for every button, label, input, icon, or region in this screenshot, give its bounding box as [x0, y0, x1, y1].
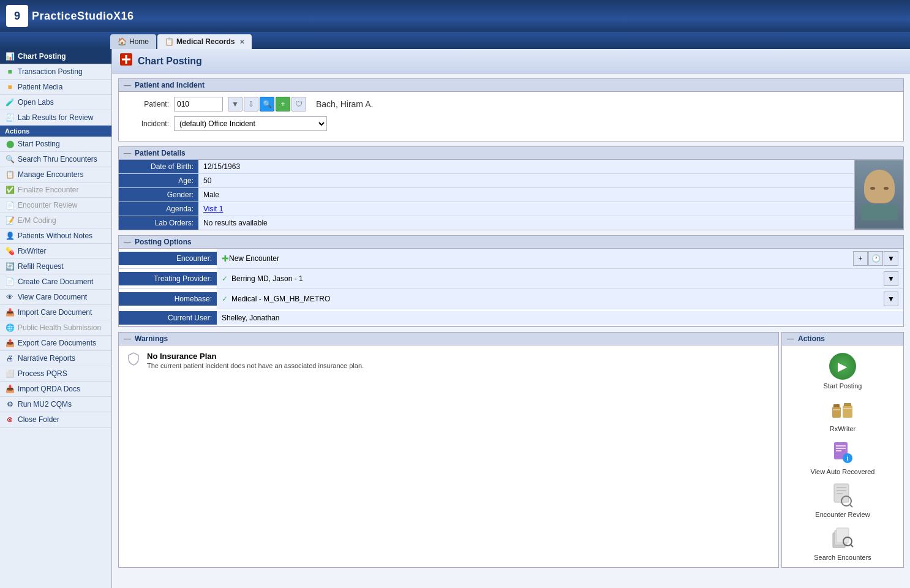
patient-shield-btn[interactable]: 🛡 — [291, 97, 306, 111]
sidebar-item-export-care-docs[interactable]: 📤 Export Care Documents — [0, 336, 111, 351]
encounter-buttons: + 🕐 ▼ — [853, 251, 898, 266]
sidebar-item-rxwriter[interactable]: 💊 RxWriter — [0, 244, 111, 259]
gender-key: Gender: — [119, 188, 198, 202]
sidebar-item-run-mu2[interactable]: ⚙ Run MU2 CQMs — [0, 397, 111, 412]
action-btn-start-posting[interactable]: ▶ Start Posting — [824, 352, 862, 390]
sidebar-item-close-folder[interactable]: ⊗ Close Folder — [0, 412, 111, 428]
search-encounters-action-label: Search Encounters — [814, 554, 871, 561]
tab-close-icon[interactable]: ✕ — [239, 39, 244, 45]
sidebar-encounter-review-label: Encounter Review — [18, 201, 77, 209]
homebase-label: Homebase: — [119, 292, 217, 306]
export-care-docs-icon: 📤 — [5, 338, 15, 348]
sidebar-manage-encounters-label: Manage Encounters — [18, 170, 83, 179]
patient-dropdown-btn[interactable]: ▼ — [228, 97, 243, 111]
patient-incident-body: Patient: ▼ ⇩ 🔍 + 🛡 Bach, Hiram A. Incide… — [119, 92, 903, 141]
patient-input[interactable] — [174, 97, 223, 111]
search-enc-svg-icon — [829, 524, 856, 551]
sidebar-item-encounter-review: 📄 Encounter Review — [0, 198, 111, 213]
encounter-dropdown-btn[interactable]: ▼ — [884, 251, 898, 266]
sidebar-item-create-care-doc[interactable]: 📄 Create Care Document — [0, 274, 111, 290]
sidebar-import-care-doc-label: Import Care Document — [18, 308, 92, 317]
sidebar-item-patients-without-notes[interactable]: 👤 Patients Without Notes — [0, 228, 111, 244]
start-posting-action-icon: ▶ — [828, 352, 857, 381]
patient-photo — [854, 160, 903, 230]
agenda-val[interactable]: Visit 1 — [198, 202, 854, 216]
encounter-text: New Encounter — [229, 254, 279, 263]
current-user-text: Shelley, Jonathan — [222, 314, 280, 322]
encounter-label: Encounter: — [119, 252, 217, 265]
warnings-header: Warnings — [119, 333, 778, 345]
svg-rect-3 — [832, 407, 841, 418]
patient-incident-header: Patient and Incident — [119, 79, 903, 92]
sidebar-item-refill-request[interactable]: 🔄 Refill Request — [0, 259, 111, 274]
sidebar-item-manage-encounters[interactable]: 📋 Manage Encounters — [0, 167, 111, 183]
start-posting-icon: ⬤ — [5, 139, 15, 149]
narrative-reports-icon: 🖨 — [5, 353, 15, 363]
logo-text: 9 — [14, 10, 20, 23]
sidebar-search-encounters-label: Search Thru Encounters — [18, 155, 97, 164]
doc-info-icon: i — [829, 439, 856, 466]
photo-eye-right — [884, 187, 889, 190]
detail-row-dob: Date of Birth: 12/15/1963 — [119, 160, 854, 174]
sidebar-item-transaction-posting[interactable]: ■ Transaction Posting — [0, 64, 111, 80]
start-posting-action-label: Start Posting — [824, 382, 862, 390]
sidebar-item-lab-results[interactable]: 🧾 Lab Results for Review — [0, 110, 111, 126]
logo-box: 9 — [6, 5, 28, 27]
patient-search-btn[interactable]: 🔍 — [260, 97, 274, 111]
homebase-dropdown-btn[interactable]: ▼ — [884, 292, 898, 306]
warning-item: No Insurance Plan The current patient in… — [119, 345, 778, 375]
sidebar-item-view-care-doc[interactable]: 👁 View Care Document — [0, 290, 111, 305]
sidebar-item-open-labs[interactable]: 🧪 Open Labs — [0, 95, 111, 110]
action-btn-encounter-review[interactable]: Encounter Review — [815, 480, 870, 518]
sidebar-open-labs-label: Open Labs — [18, 98, 54, 107]
action-btn-rxwriter[interactable]: RxWriter — [828, 394, 857, 432]
sidebar-item-finalize-encounter: ✅ Finalize Encounter — [0, 183, 111, 198]
patient-details-header: Patient Details — [119, 147, 903, 160]
photo-eye-left — [870, 187, 875, 190]
sidebar-item-chart-posting[interactable]: 📊 Chart Posting — [0, 49, 111, 64]
actions-panel-section: Actions ▶ Start Posting — [781, 332, 904, 568]
sidebar-item-import-qrda[interactable]: 📥 Import QRDA Docs — [0, 382, 111, 397]
encounter-review-action-icon — [828, 480, 857, 510]
sidebar-export-care-docs-label: Export Care Documents — [18, 339, 96, 347]
patient-add-btn[interactable]: + — [276, 97, 290, 111]
tab-medical-records[interactable]: 📋 Medical Records ✕ — [157, 34, 252, 49]
sidebar-item-process-pqrs[interactable]: ⬜ Process PQRS — [0, 366, 111, 382]
provider-dropdown-btn[interactable]: ▼ — [884, 271, 898, 286]
sidebar-item-import-care-doc[interactable]: 📥 Import Care Document — [0, 305, 111, 320]
age-val: 50 — [198, 174, 854, 187]
sidebar-patients-without-notes-label: Patients Without Notes — [18, 232, 92, 240]
sidebar-close-folder-label: Close Folder — [18, 415, 59, 424]
incident-select[interactable]: (default) Office Incident — [174, 116, 327, 131]
tab-home[interactable]: 🏠 Home — [110, 34, 156, 49]
dob-val: 12/15/1963 — [198, 160, 854, 173]
homebase-text: Medical - M_GM_HB_METRO — [231, 295, 330, 303]
sidebar-item-search-encounters[interactable]: 🔍 Search Thru Encounters — [0, 152, 111, 167]
svg-rect-7 — [844, 403, 851, 406]
view-care-doc-icon: 👁 — [5, 292, 15, 302]
sidebar-item-narrative-reports[interactable]: 🖨 Narrative Reports — [0, 351, 111, 366]
svg-rect-23 — [837, 528, 849, 543]
create-care-doc-icon: 📄 — [5, 277, 15, 287]
incident-field-row: Incident: (default) Office Incident — [126, 116, 896, 131]
sidebar-start-posting-label: Start Posting — [18, 140, 60, 148]
play-circle-icon: ▶ — [829, 353, 856, 380]
sidebar-import-qrda-label: Import QRDA Docs — [18, 385, 80, 393]
sidebar-lab-results-label: Lab Results for Review — [18, 113, 93, 122]
encounter-add-btn[interactable]: + — [853, 251, 868, 266]
warning-title: No Insurance Plan — [147, 352, 364, 361]
patient-details-section: Patient Details Date of Birth: 12/15/196… — [118, 146, 904, 230]
patient-media-icon: ■ — [5, 82, 15, 92]
sidebar: 📊 Chart Posting ■ Transaction Posting ■ … — [0, 49, 112, 588]
action-btn-search-encounters[interactable]: Search Encounters — [814, 523, 871, 561]
encounter-val: ✚ New Encounter + 🕐 ▼ — [217, 249, 903, 268]
import-care-doc-icon: 📥 — [5, 307, 15, 317]
incident-label: Incident: — [126, 119, 169, 128]
encounter-history-btn[interactable]: 🕐 — [868, 251, 883, 266]
sidebar-item-start-posting[interactable]: ⬤ Start Posting — [0, 137, 111, 152]
sidebar-finalize-encounter-label: Finalize Encounter — [18, 186, 78, 194]
patient-arrow-btn[interactable]: ⇩ — [244, 97, 258, 111]
action-btn-view-auto-recovered[interactable]: i View Auto Recovered — [811, 437, 875, 475]
sidebar-item-patient-media[interactable]: ■ Patient Media — [0, 80, 111, 95]
manage-encounters-icon: 📋 — [5, 170, 15, 179]
